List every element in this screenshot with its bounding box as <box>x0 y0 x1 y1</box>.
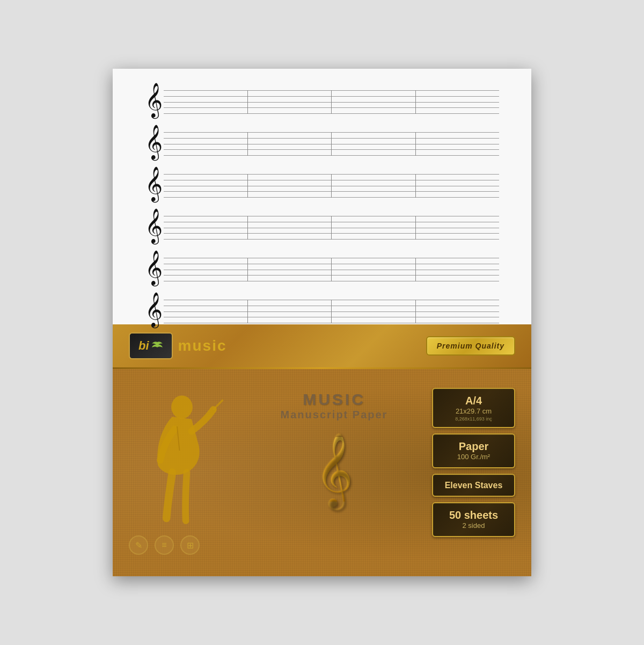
cover-section: ✎ ≡ ⊞ MUSIC Manuscript Paper 𝄞 A/4 21x29… <box>113 369 531 576</box>
measure-segment <box>416 90 500 114</box>
brand-logo: bi music <box>129 332 227 359</box>
measure-segment <box>416 258 500 281</box>
spec-paper-sub: 100 Gr./m² <box>441 453 507 462</box>
treble-clef-4: 𝄞 <box>145 211 163 241</box>
measure-segment <box>248 300 332 323</box>
measure-segment <box>248 258 332 281</box>
staff-row-5: 𝄞 <box>145 257 499 282</box>
brand-music-text: music <box>178 337 227 354</box>
measure-segment <box>416 300 500 323</box>
measure-segment <box>416 174 500 198</box>
staff-grid-2 <box>164 132 499 156</box>
spec-sheets-main: 50 sheets <box>441 509 507 521</box>
measure-segment <box>332 216 416 240</box>
staff-grid-5 <box>164 258 499 281</box>
spec-sheets-sub: 2 sided <box>441 521 507 531</box>
svg-line-1 <box>214 400 223 410</box>
staff-grid-4 <box>164 216 499 240</box>
treble-clef-2: 𝄞 <box>145 127 163 157</box>
spec-box-size: A/4 21x29.7 cm 8,268x11,693 inç <box>432 388 515 428</box>
measure-segment <box>248 132 332 156</box>
measure-segment <box>248 90 332 114</box>
brand-section: bi music Premium Quality <box>113 324 531 367</box>
staff-row-2: 𝄞 <box>145 131 499 157</box>
treble-clef-1: 𝄞 <box>145 85 163 115</box>
measure-segment <box>332 132 416 156</box>
title-sub-text: Manuscript Paper <box>281 409 388 421</box>
bottom-icons: ✎ ≡ ⊞ <box>129 535 236 560</box>
specs-panel: A/4 21x29.7 cm 8,268x11,693 inç Paper 10… <box>432 385 515 560</box>
music-title: MUSIC Manuscript Paper <box>281 390 388 421</box>
treble-clef-3: 𝄞 <box>145 169 163 199</box>
spec-box-sheets: 50 sheets 2 sided <box>432 502 515 537</box>
spec-box-paper: Paper 100 Gr./m² <box>432 433 515 468</box>
measure-segment <box>164 258 248 281</box>
measure-segment <box>416 132 500 156</box>
staff-row-3: 𝄞 <box>145 173 499 199</box>
conductor-area: ✎ ≡ ⊞ <box>129 385 236 560</box>
pencil-icon-circle: ✎ <box>129 535 148 555</box>
treble-clef-5: 𝄞 <box>145 252 163 282</box>
spec-size-tiny: 8,268x11,693 inç <box>441 416 507 422</box>
conductor-silhouette <box>129 385 225 535</box>
staff-grid-6 <box>164 300 499 323</box>
cover-content: ✎ ≡ ⊞ MUSIC Manuscript Paper 𝄞 A/4 21x29… <box>113 369 531 576</box>
staff-grid-1 <box>164 90 499 114</box>
measure-segment <box>416 216 500 240</box>
measure-segment <box>164 216 248 240</box>
measure-segment <box>332 174 416 198</box>
measure-segment <box>248 174 332 198</box>
brand-bi-text: bi <box>138 339 149 353</box>
measure-segment <box>332 90 416 114</box>
measure-segment <box>164 300 248 323</box>
title-main-text: MUSIC <box>281 390 388 409</box>
spec-box-staves: Eleven Staves <box>432 474 515 497</box>
staff-row-6: 𝄞 <box>145 299 499 324</box>
lines-icon-circle: ≡ <box>155 535 174 555</box>
premium-quality-text: Premium Quality <box>437 342 504 350</box>
book-container: 𝄞 <box>113 69 531 576</box>
measure-segment <box>164 90 248 114</box>
spec-paper-main: Paper <box>441 440 507 453</box>
spec-size-sub: 21x29.7 cm <box>441 407 507 416</box>
measure-segment <box>164 174 248 198</box>
premium-quality-badge: Premium Quality <box>426 336 515 356</box>
brand-diamond: bi <box>129 332 173 359</box>
staff-row-1: 𝄞 <box>145 89 499 115</box>
center-area: MUSIC Manuscript Paper 𝄞 <box>247 385 421 560</box>
measure-segment <box>164 132 248 156</box>
bird-icon <box>151 341 163 351</box>
treble-clef-6: 𝄞 <box>145 294 163 324</box>
staff-grid-3 <box>164 174 499 198</box>
staff-row-4: 𝄞 <box>145 215 499 241</box>
staff-paper-section: 𝄞 <box>113 69 531 324</box>
spec-staves-main: Eleven Staves <box>441 480 507 490</box>
grid-icon-circle: ⊞ <box>180 535 200 555</box>
measure-segment <box>332 258 416 281</box>
measure-segment <box>332 300 416 323</box>
spec-size-main: A/4 <box>441 394 507 407</box>
treble-clef-gold: 𝄞 <box>315 437 353 502</box>
svg-point-0 <box>171 395 193 418</box>
measure-segment <box>248 216 332 240</box>
